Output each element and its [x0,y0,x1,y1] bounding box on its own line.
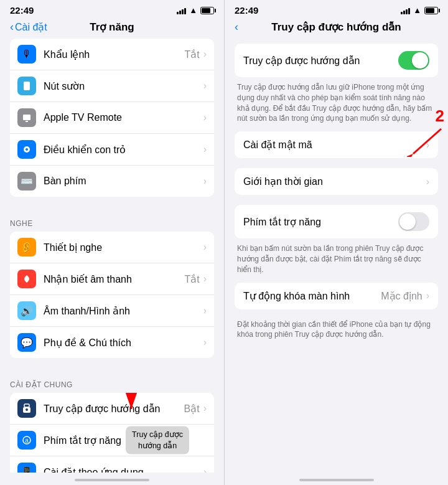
top-list-group: 🎙 Khẩu lệnh Tắt › Nút sườn › Apple TV Re… [10,39,214,197]
svg-rect-7 [24,404,29,407]
right-content: Truy cập được hướng dẫn Truy cập được hư… [225,39,448,473]
autolock-value: Mặc định [381,290,422,302]
guided-access-label: Truy cập được hướng dẫn [44,403,184,415]
audio-label: Âm thanh/Hình ảnh [44,305,203,317]
app-settings-icon: 📱 [17,463,36,473]
time-limit-arrow: › [426,176,429,187]
autolock-right: Mặc định › [381,290,429,302]
sound-arrow: › [203,273,207,285]
passcode-row[interactable]: Cài đặt mật mã › [235,131,438,158]
list-item-audio-visual[interactable]: 🔊 Âm thanh/Hình ảnh › [10,295,214,327]
time-limit-label: Giới hạn thời gian [243,176,323,187]
pointer-icon [17,140,36,159]
shortcut-toggle[interactable] [398,212,429,231]
right-phone-screen: 22:49 ▲ ‹ Truy cập được hướng dẫn Truy c… [224,0,448,485]
sound-icon [17,270,36,288]
guided-access-value: Bật [184,403,200,415]
app-settings-label: Cài đặt theo ứng dụng [44,466,203,473]
list-item-sound-recognition[interactable]: Nhận biết âm thanh Tắt › [10,263,214,295]
hearing-list-group: 👂 Thiết bị nghe › Nhận biết âm thanh Tắt… [10,232,214,358]
keyboard-icon: ⌨️ [17,172,36,191]
shortcut-description: Khi bạn bấm nút sườn ba lần trong phiên … [235,243,438,282]
svg-rect-0 [24,82,30,90]
voice-label: Khẩu lệnh [44,49,184,60]
left-nav-title: Trợ năng [90,21,134,34]
shortcut-toggle-label: Phím tắt trợ năng [243,216,321,228]
right-nav-title: Truy cập được hướng dẫn [271,21,401,34]
right-back-button[interactable]: ‹ [235,21,240,34]
list-item-keyboard[interactable]: ⌨️ Bàn phím › [10,166,214,197]
battery-icon [200,7,214,14]
passcode-label: Cài đặt mật mã [243,139,312,151]
autolock-label: Tự động khóa màn hình [243,290,350,302]
general-list-group: 1 Truy cập được hướng dẫn Bật › a Phím t… [10,393,214,473]
right-signal-bars [401,7,410,14]
voice-value: Tắt [184,49,199,60]
left-content: 🎙 Khẩu lệnh Tắt › Nút sườn › Apple TV Re… [0,39,224,473]
wifi-icon: ▲ [189,6,197,15]
list-item-voice[interactable]: 🎙 Khẩu lệnh Tắt › [10,39,214,70]
guided-access-icon [17,399,36,418]
sound-value: Tắt [184,273,199,285]
main-description: Truy cập được hướng dẫn lưu giữ iPhone t… [235,82,438,131]
audio-arrow: › [203,305,207,316]
sidebutton-icon [17,77,36,95]
svg-rect-2 [26,121,28,122]
shortcut-toggle-knob [399,214,416,230]
pointer-arrow: › [203,144,207,155]
sidebutton-arrow: › [203,80,207,92]
right-home-bar [299,479,374,481]
main-toggle-label: Truy cập được hướng dẫn [243,55,360,67]
autolock-description: Đặt khoảng thời gian cần thiết để iPhone… [235,319,438,348]
list-item-pointer[interactable]: Điều khiển con trỏ › [10,134,214,166]
passcode-container: Cài đặt mật mã › 2 [235,131,438,158]
subtitles-icon: 💬 [17,333,36,352]
appletv-arrow: › [203,112,207,123]
sound-label: Nhận biết âm thanh [44,273,184,285]
right-status-time: 22:49 [235,5,258,16]
guided-access-arrow: › [203,403,207,414]
list-item-subtitles[interactable]: 💬 Phụ đề & Chú thích › [10,327,214,358]
voice-icon: 🎙 [17,45,36,64]
right-status-icons: ▲ [401,6,438,15]
svg-point-4 [26,148,28,151]
list-item-guided-access[interactable]: Truy cập được hướng dẫn Bật › [10,393,214,425]
left-status-time: 22:49 [10,5,34,16]
signal-bars [177,7,186,14]
right-status-bar: 22:49 ▲ [225,0,448,18]
list-item-appletv[interactable]: Apple TV Remote › [10,102,214,134]
toggle-knob [412,52,428,68]
appletv-label: Apple TV Remote [44,112,203,123]
keyboard-arrow: › [203,176,207,187]
shortcut-label: Phím tắt trợ năng [44,435,203,446]
svg-point-9 [26,408,28,411]
time-limit-row[interactable]: Giới hạn thời gian › [235,168,438,195]
hearing-section-label: NGHE [0,209,224,232]
left-status-icons: ▲ [177,6,214,15]
hearing-label: Thiết bị nghe [44,242,203,253]
back-label: Cài đặt [15,21,47,33]
left-nav-bar: ‹ Cài đặt Trợ năng [0,18,224,39]
list-item-accessibility-shortcut[interactable]: a Phím tắt trợ năng Truy cập được hướng … [10,425,214,456]
autolock-row[interactable]: Tự động khóa màn hình Mặc định › [235,283,438,309]
list-item-sidebutton[interactable]: Nút sườn › [10,70,214,102]
voice-arrow: › [203,49,207,60]
subtitles-arrow: › [203,337,207,348]
list-item-app-settings[interactable]: 📱 Cài đặt theo ứng dụng › [10,456,214,473]
list-item-hearing-device[interactable]: 👂 Thiết bị nghe › [10,232,214,263]
svg-rect-1 [23,115,30,120]
back-button[interactable]: ‹ Cài đặt [10,21,47,34]
main-toggle-row[interactable]: Truy cập được hướng dẫn [235,44,438,77]
hearing-icon: 👂 [17,238,36,257]
app-settings-arrow: › [203,466,207,473]
main-toggle[interactable] [398,51,429,70]
autolock-arrow: › [426,290,429,301]
svg-text:a: a [25,437,29,444]
hearing-arrow: › [203,242,207,253]
left-phone-screen: 22:49 ▲ ‹ Cài đặt Trợ năng 🎙 Kh [0,0,224,485]
home-bar [75,479,149,481]
right-home-indicator [225,473,448,485]
right-wifi-icon: ▲ [413,6,421,15]
subtitles-label: Phụ đề & Chú thích [44,337,203,349]
shortcut-toggle-row[interactable]: Phím tắt trợ năng [235,205,438,238]
